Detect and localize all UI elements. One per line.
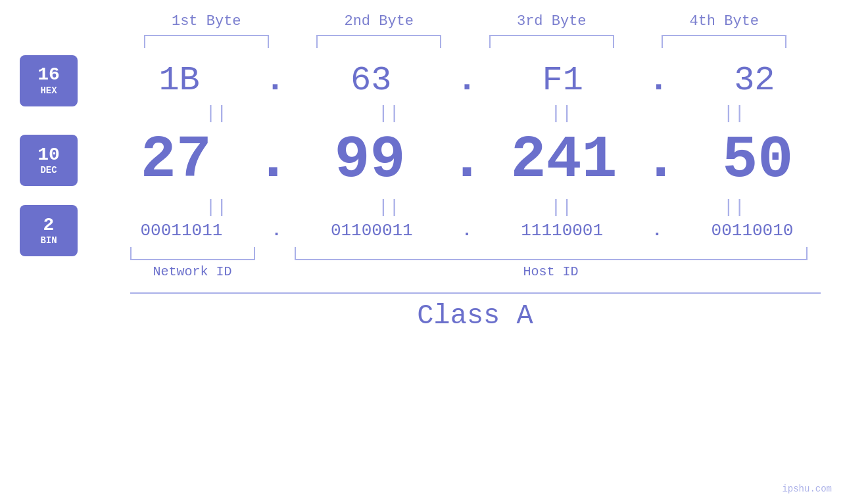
hex-val-4: 32	[688, 61, 820, 100]
hex-values-container: 1B . 63 . F1 . 32	[105, 61, 829, 100]
dec-dot-1: .	[255, 127, 291, 194]
dec-row: 10 DEC 27 . 99 . 241 . 50	[0, 127, 845, 194]
bottom-brackets-row	[130, 247, 821, 260]
eq2-2: ||	[323, 197, 454, 218]
id-labels-row: Network ID Host ID	[130, 264, 821, 279]
byte-header-4: 4th Byte	[658, 13, 790, 30]
hex-val-1: 1B	[114, 61, 245, 100]
hex-row: 16 HEX 1B . 63 . F1 . 32	[0, 61, 845, 100]
eq1-3: ||	[496, 103, 627, 124]
byte-header-1: 1st Byte	[141, 13, 272, 30]
dec-badge: 10 DEC	[20, 135, 78, 186]
network-id-label: Network ID	[130, 264, 255, 279]
bin-val-2: 01100011	[306, 221, 437, 241]
top-bracket-2	[316, 35, 441, 48]
hex-dot-2: .	[456, 61, 477, 100]
bin-val-1: 00011011	[116, 221, 247, 241]
network-id-bracket	[130, 247, 255, 260]
bin-badge: 2 BIN	[20, 205, 78, 256]
dec-dot-2: .	[449, 127, 485, 194]
byte-header-2: 2nd Byte	[313, 13, 445, 30]
dec-values-container: 27 . 99 . 241 . 50	[105, 127, 829, 194]
class-label: Class A	[417, 300, 533, 332]
class-label-container: Class A	[130, 300, 821, 332]
hex-dot-3: .	[648, 61, 669, 100]
watermark: ipshu.com	[782, 484, 832, 494]
bin-values-container: 00011011 . 01100011 . 11110001 . 0011001…	[105, 221, 829, 241]
eq2-1: ||	[151, 197, 282, 218]
bin-val-4: 00110010	[687, 221, 818, 241]
bin-row: 2 BIN 00011011 . 01100011 . 11110001 . 0…	[0, 221, 845, 241]
bin-dot-3: .	[652, 221, 663, 241]
class-bracket	[130, 292, 821, 294]
eq2-3: ||	[496, 197, 627, 218]
hex-badge: 16 HEX	[20, 55, 78, 106]
host-id-label: Host ID	[295, 264, 808, 279]
hex-badge-number: 16	[37, 65, 60, 85]
bin-dot-1: .	[272, 221, 282, 241]
hex-val-3: F1	[497, 61, 629, 100]
eq2-4: ||	[668, 197, 800, 218]
dec-badge-label: DEC	[40, 165, 57, 175]
main-container: 1st Byte 2nd Byte 3rd Byte 4th Byte 16 H…	[0, 0, 845, 504]
bin-badge-number: 2	[43, 216, 55, 236]
hex-dot-1: .	[265, 61, 285, 100]
bin-val-3: 11110001	[496, 221, 628, 241]
dec-val-3: 241	[498, 127, 629, 194]
eq1-4: ||	[668, 103, 800, 124]
top-bracket-1	[144, 35, 269, 48]
eq1-2: ||	[323, 103, 454, 124]
hex-val-2: 63	[305, 61, 437, 100]
eq1-1: ||	[151, 103, 282, 124]
top-bracket-4	[662, 35, 786, 48]
dec-badge-number: 10	[37, 145, 60, 166]
byte-headers-row: 1st Byte 2nd Byte 3rd Byte 4th Byte	[120, 13, 811, 30]
top-bracket-3	[489, 35, 614, 48]
equals-row-1: || || || ||	[130, 103, 821, 124]
bin-dot-2: .	[462, 221, 472, 241]
bin-badge-label: BIN	[40, 235, 57, 246]
byte-header-3: 3rd Byte	[486, 13, 617, 30]
top-bracket-row	[120, 35, 811, 48]
dec-val-4: 50	[692, 127, 823, 194]
equals-row-2: || || || ||	[130, 197, 821, 218]
dec-val-2: 99	[304, 127, 436, 194]
hex-badge-label: HEX	[40, 85, 57, 96]
dec-dot-3: .	[643, 127, 679, 194]
dec-val-1: 27	[110, 127, 242, 194]
host-id-bracket	[295, 247, 808, 260]
